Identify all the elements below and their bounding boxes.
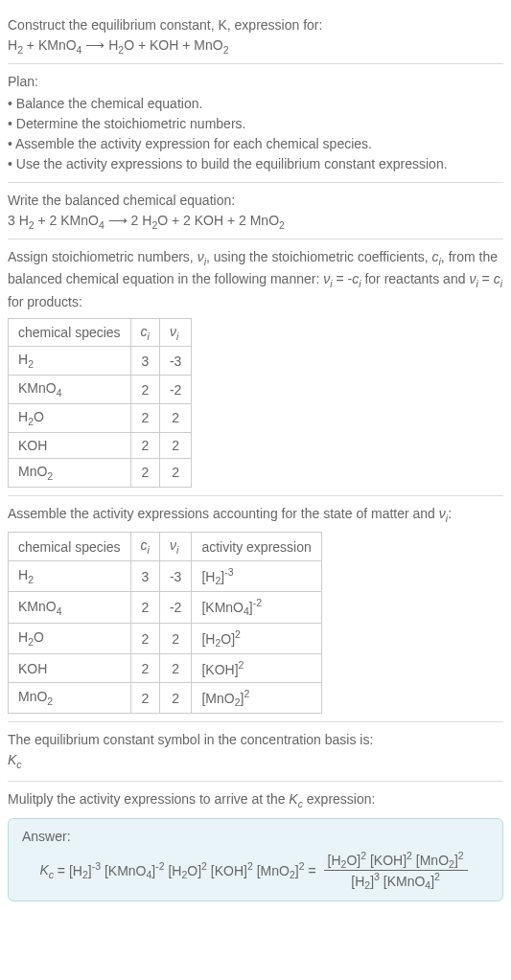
multiply-text: Mulitply the activity expressions to arr…: [8, 789, 503, 812]
intro-section: Construct the equilibrium constant, K, e…: [8, 8, 503, 64]
intro-text: Construct the equilibrium constant, K, e…: [8, 17, 322, 33]
cell-expr: [KOH]2: [192, 654, 321, 683]
cell-v: 2: [159, 432, 191, 458]
col-vi: νi: [159, 533, 191, 561]
cell-expr: [KMnO4]-2: [192, 592, 321, 623]
cell-species: H2: [9, 347, 131, 376]
cell-v: -2: [159, 376, 191, 404]
table-row: KMnO42-2[KMnO4]-2: [9, 592, 322, 623]
table-row: KMnO42-2: [9, 376, 192, 404]
cell-c: 2: [130, 683, 159, 714]
table-row: MnO222: [9, 458, 192, 487]
cell-species: MnO2: [9, 458, 131, 487]
cell-species: KMnO4: [9, 592, 131, 623]
intro-equation: H2 + KMnO4 ⟶ H2O + KOH + MnO2: [8, 37, 503, 56]
plan-item: Use the activity expressions to build th…: [8, 154, 503, 174]
table-header-row: chemical species ci νi activity expressi…: [9, 533, 322, 561]
col-ci: ci: [130, 318, 159, 347]
cell-species: MnO2: [9, 683, 131, 714]
cell-v: 2: [159, 654, 191, 683]
col-vi: νi: [159, 318, 191, 347]
answer-denominator: [H2]3 [KMnO4]2: [347, 871, 444, 891]
stoich-section: Assign stoichiometric numbers, νi, using…: [8, 239, 503, 496]
plan-list: Balance the chemical equation. Determine…: [8, 94, 503, 174]
cell-c: 2: [130, 623, 159, 653]
cell-expr: [H2]-3: [192, 561, 321, 592]
table-row: KOH22[KOH]2: [9, 654, 322, 683]
cell-v: 2: [159, 623, 191, 653]
cell-species: H2O: [9, 623, 131, 653]
balanced-equation: 3 H2 + 2 KMnO4 ⟶ 2 H2O + 2 KOH + 2 MnO2: [8, 213, 503, 231]
col-expr: activity expression: [192, 533, 321, 561]
balanced-heading: Write the balanced chemical equation:: [8, 191, 503, 211]
cell-species: KOH: [9, 654, 131, 683]
cell-c: 2: [130, 592, 159, 623]
cell-v: -3: [159, 561, 191, 592]
symbol-line2: Kc: [8, 750, 503, 773]
answer-numerator: [H2O]2 [KOH]2 [MnO2]2: [324, 850, 468, 871]
intro-line: Construct the equilibrium constant, K, e…: [8, 15, 503, 35]
col-species: chemical species: [9, 533, 131, 561]
plan-item: Determine the stoichiometric numbers.: [8, 114, 503, 134]
cell-v: 2: [159, 404, 191, 433]
answer-fraction: [H2O]2 [KOH]2 [MnO2]2 [H2]3 [KMnO4]2: [324, 850, 468, 892]
cell-v: -3: [159, 347, 191, 376]
cell-c: 3: [130, 347, 159, 376]
balanced-section: Write the balanced chemical equation: 3 …: [8, 183, 503, 239]
multiply-section: Mulitply the activity expressions to arr…: [8, 782, 503, 909]
table-row: MnO222[MnO2]2: [9, 683, 322, 714]
activity-section: Assemble the activity expressions accoun…: [8, 496, 503, 723]
cell-c: 2: [130, 654, 159, 683]
cell-species: H2: [9, 561, 131, 592]
cell-v: -2: [159, 592, 191, 623]
table-header-row: chemical species ci νi: [9, 318, 192, 347]
table-row: H23-3: [9, 347, 192, 376]
col-species: chemical species: [9, 318, 131, 347]
cell-v: 2: [159, 683, 191, 714]
cell-c: 2: [130, 458, 159, 487]
cell-expr: [MnO2]2: [192, 683, 321, 714]
symbol-line1: The equilibrium constant symbol in the c…: [8, 730, 503, 750]
cell-c: 3: [130, 561, 159, 592]
answer-box: Answer: Kc = [H2]-3 [KMnO4]-2 [H2O]2 [KO…: [8, 818, 503, 902]
stoich-text: Assign stoichiometric numbers, νi, using…: [8, 247, 503, 312]
cell-expr: [H2O]2: [192, 623, 321, 653]
plan-section: Plan: Balance the chemical equation. Det…: [8, 64, 503, 183]
table-row: H2O22[H2O]2: [9, 623, 322, 653]
col-ci: ci: [130, 533, 159, 561]
cell-species: KMnO4: [9, 376, 131, 404]
cell-c: 2: [130, 404, 159, 433]
table-row: KOH22: [9, 432, 192, 458]
answer-lhs: Kc = [H2]-3 [KMnO4]-2 [H2O]2 [KOH]2 [MnO…: [39, 860, 315, 880]
plan-heading: Plan:: [8, 72, 503, 92]
plan-item: Assemble the activity expression for eac…: [8, 134, 503, 154]
stoich-table: chemical species ci νi H23-3 KMnO42-2 H2…: [8, 318, 192, 488]
activity-text: Assemble the activity expressions accoun…: [8, 504, 503, 527]
symbol-section: The equilibrium constant symbol in the c…: [8, 722, 503, 782]
cell-v: 2: [159, 458, 191, 487]
answer-label: Answer:: [22, 829, 489, 844]
activity-table: chemical species ci νi activity expressi…: [8, 532, 322, 714]
cell-species: H2O: [9, 404, 131, 433]
table-row: H23-3[H2]-3: [9, 561, 322, 592]
cell-species: KOH: [9, 432, 131, 458]
table-row: H2O22: [9, 404, 192, 433]
cell-c: 2: [130, 376, 159, 404]
plan-item: Balance the chemical equation.: [8, 94, 503, 114]
answer-equation: Kc = [H2]-3 [KMnO4]-2 [H2O]2 [KOH]2 [MnO…: [22, 850, 489, 892]
cell-c: 2: [130, 432, 159, 458]
